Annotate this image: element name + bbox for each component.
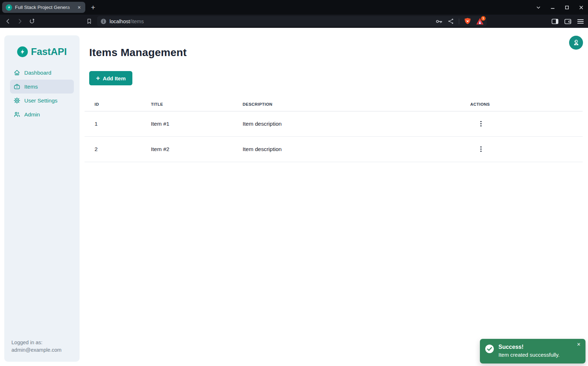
sidebar-panel-icon[interactable]: [552, 19, 558, 24]
logged-in-label: Logged in as:: [11, 339, 61, 346]
toast-title: Success!: [498, 344, 559, 351]
row-actions-kebab-icon[interactable]: [477, 120, 485, 128]
briefcase-icon: [14, 83, 20, 90]
user-avatar-icon: [572, 39, 580, 47]
window-maximize-button[interactable]: [564, 4, 570, 11]
page-content: FastAPI Dashboard Items: [0, 28, 588, 366]
users-icon: [14, 111, 20, 118]
saved-passwords-key-icon[interactable]: [436, 19, 443, 24]
browser-tab[interactable]: Full Stack Project Genera ✕: [2, 2, 85, 13]
user-avatar-button[interactable]: [569, 36, 583, 50]
url-host: localhost: [110, 19, 130, 24]
cell-title: Item #2: [141, 136, 233, 162]
toolbar-separator: [459, 19, 459, 24]
window-close-button[interactable]: [578, 4, 584, 11]
cell-title: Item #1: [141, 111, 233, 136]
toast-close-icon[interactable]: ✕: [576, 342, 582, 347]
table-header-row: ID TITLE DESCRIPTION ACTIONS: [85, 98, 583, 111]
sidebar-item-label: User Settings: [24, 97, 57, 104]
check-circle-icon: [485, 344, 494, 354]
logo-text: FastAPI: [31, 46, 67, 57]
bookmark-icon[interactable]: [86, 18, 92, 24]
brave-shields-icon[interactable]: [464, 17, 471, 25]
home-icon: [14, 69, 20, 76]
reload-button[interactable]: [29, 18, 35, 24]
column-header-id: ID: [85, 98, 141, 111]
back-button[interactable]: [5, 18, 11, 24]
tab-search-chevron-icon[interactable]: [535, 4, 542, 11]
rewards-badge: 1: [481, 16, 486, 21]
table-row: 2 Item #2 Item description: [85, 136, 583, 162]
items-table: ID TITLE DESCRIPTION ACTIONS 1 Item #1 I…: [85, 98, 583, 162]
fastapi-favicon-icon: [6, 4, 12, 11]
cell-description: Item description: [233, 111, 460, 136]
row-actions-kebab-icon[interactable]: [477, 145, 485, 154]
gear-icon: [14, 97, 20, 104]
sidebar-item-user-settings[interactable]: User Settings: [10, 94, 74, 107]
site-info-icon[interactable]: [101, 19, 106, 24]
url-path: /items: [130, 19, 144, 24]
browser-tab-bar: Full Stack Project Genera ✕ +: [0, 0, 588, 15]
column-header-title: TITLE: [141, 98, 233, 111]
sidebar-item-label: Admin: [24, 111, 40, 118]
table-row: 1 Item #1 Item description: [85, 111, 583, 136]
column-header-description: DESCRIPTION: [233, 98, 460, 111]
sidebar-item-dashboard[interactable]: Dashboard: [10, 66, 74, 80]
page-title: Items Management: [89, 46, 187, 59]
toast-message: Item created successfully.: [498, 351, 559, 359]
sidebar-nav: Dashboard Items User Settings: [8, 66, 76, 121]
tab-title: Full Stack Project Genera: [15, 4, 76, 10]
sidebar-item-label: Items: [24, 84, 38, 90]
add-item-label: Add Item: [103, 75, 126, 81]
plus-icon: +: [96, 75, 100, 81]
fastapi-logo: FastAPI: [8, 45, 76, 58]
url-text: localhost/items: [110, 19, 144, 24]
success-toast: Success! Item created successfully. ✕: [480, 339, 586, 364]
sidebar-item-label: Dashboard: [24, 70, 51, 76]
browser-toolbar: localhost/items: [0, 15, 588, 28]
cell-id: 2: [85, 136, 141, 162]
tab-close-icon[interactable]: ✕: [76, 4, 82, 11]
brave-rewards-icon[interactable]: 1: [476, 17, 484, 25]
logged-in-info: Logged in as: admin@example.com: [11, 339, 61, 354]
new-tab-button[interactable]: +: [88, 3, 98, 12]
cell-description: Item description: [233, 136, 460, 162]
sidebar-item-admin[interactable]: Admin: [10, 107, 74, 121]
share-icon[interactable]: [448, 18, 454, 24]
sidebar: FastAPI Dashboard Items: [4, 35, 80, 362]
address-bar[interactable]: localhost/items: [97, 16, 487, 26]
forward-button[interactable]: [17, 18, 23, 24]
fastapi-logo-icon: [17, 46, 28, 57]
wallet-icon[interactable]: [564, 19, 571, 24]
sidebar-item-items[interactable]: Items: [10, 80, 74, 94]
column-header-actions: ACTIONS: [460, 98, 583, 111]
cell-id: 1: [85, 111, 141, 136]
menu-hamburger-icon[interactable]: [577, 19, 584, 24]
window-minimize-button[interactable]: [549, 4, 556, 11]
logged-in-email: admin@example.com: [11, 346, 61, 354]
add-item-button[interactable]: + Add Item: [89, 71, 132, 85]
